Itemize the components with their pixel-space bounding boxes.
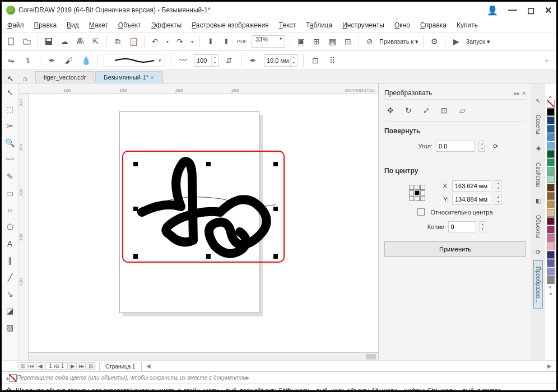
color-swatch[interactable] [547,276,555,284]
scrollbar-horizontal[interactable] [29,352,378,360]
menu-view[interactable]: Вид [67,21,79,29]
launch-dropdown[interactable]: Запуск ▾ [466,38,490,45]
color-swatch[interactable] [547,108,555,116]
color-swatch[interactable] [547,184,555,192]
snap-off-button[interactable]: ⊘ [364,35,376,48]
undo-dropdown[interactable]: ▾ [165,35,170,48]
tab-untitled[interactable]: Безымянный-1* ✕ [95,71,163,83]
tab-close-icon[interactable]: ✕ [150,75,155,81]
artistic-tool[interactable]: ✎ [4,170,16,183]
canvas-area[interactable]: 100 150 200 250 миллиметры 300 250 200 1… [18,83,378,360]
next-page-button[interactable]: ▶ [69,362,77,370]
menu-bitmaps[interactable]: Растровые изображения [192,21,269,29]
color-swatch[interactable] [547,251,555,259]
redo-dropdown[interactable]: ▾ [189,35,195,48]
line-tool[interactable]: ╱ [4,270,16,284]
menu-table[interactable]: Таблица [306,21,332,29]
menu-edit[interactable]: Правка [34,21,57,29]
docker-tab-objects[interactable]: Объекты [534,209,542,244]
first-page-button[interactable]: ⏮ [27,362,35,370]
color-swatch[interactable] [547,125,555,133]
color-swatch[interactable] [547,158,555,166]
save-button[interactable] [43,35,55,48]
x-input[interactable] [452,180,491,192]
options-button[interactable]: ⚙ [428,35,440,48]
docker-collapse-icon[interactable]: ▸▸ [514,90,520,96]
brush-tool-icon[interactable]: 🖌 [63,54,75,67]
color-swatch[interactable] [547,167,555,175]
relative-checkbox[interactable] [417,208,425,216]
dotted-button[interactable]: ⠿ [326,54,338,67]
zoom-select[interactable]: 33% [252,35,285,48]
undo-button[interactable]: ↶ [149,35,161,48]
menu-layout[interactable]: Макет [89,21,108,29]
zoom-tool[interactable]: 🔍 [4,136,16,150]
last-page-button[interactable]: ⏭ [78,362,86,370]
color-swatch[interactable] [547,175,555,183]
add-button[interactable]: + [541,54,553,67]
width-lock-icon[interactable]: ⇵ [223,54,235,67]
docker-close-icon[interactable]: ✕ [522,90,526,96]
docker-tab-transform[interactable]: Преобразов... [533,260,543,309]
spray-tool-icon[interactable]: 💧 [80,54,92,67]
grid-button[interactable]: ▦ [326,35,338,48]
open-button[interactable] [21,35,33,48]
color-swatch[interactable] [547,192,555,200]
text-tool[interactable]: A [4,237,16,250]
add-page-after-button[interactable]: ⊞ [87,362,95,370]
cloud-button[interactable]: ☁ [58,35,71,48]
bounding-box-button[interactable]: ⊡ [309,54,322,67]
docker-tab-objects-icon[interactable]: ◧ [532,195,545,207]
palette-up-icon[interactable]: ▴ [549,94,552,99]
selection-handle[interactable] [133,207,138,211]
hscroll-right-icon[interactable]: ▶ [547,363,552,369]
fullscreen-button[interactable]: ▣ [295,35,307,48]
print-button[interactable]: 🖶 [74,35,86,48]
color-swatch[interactable] [547,142,555,150]
palette-down-icon[interactable]: ▾ [549,284,552,290]
selection-handle[interactable] [206,162,211,166]
pen-tool-icon[interactable]: ✒ [46,54,58,67]
color-swatch[interactable] [547,259,555,267]
pick-tool[interactable]: ↖ [4,86,16,99]
apply-button[interactable]: Применить [384,241,526,257]
rulers-button[interactable]: ⊞ [310,35,323,48]
shadow-tool[interactable]: ◪ [4,304,16,318]
anchor-grid[interactable] [409,185,425,201]
guides-button[interactable]: ⊡ [342,35,354,48]
copies-input[interactable] [448,221,476,232]
tray-swatch-none[interactable] [9,374,17,382]
docker-tab-transform-icon[interactable]: ⟳ [532,246,545,258]
pick-tool-icon[interactable]: ↖ [7,74,14,83]
menu-file[interactable]: Файл [7,21,24,29]
export-button[interactable]: ⇱ [90,35,102,48]
page-tab[interactable]: Страница 1 [99,362,142,371]
home-icon[interactable]: ⌂ [23,74,27,83]
parallel-tool[interactable]: ∥ [4,254,16,267]
maximize-button[interactable]: ◻ [527,5,534,16]
freehand-tool[interactable]: 〰 [4,153,16,166]
angle-direction-icon[interactable]: ⟳ [493,143,498,150]
menu-window[interactable]: Окно [394,21,410,29]
transform-rotate-icon[interactable]: ↻ [402,104,415,116]
prev-page-button[interactable]: ◀ [36,362,44,370]
selection-handle[interactable] [206,254,211,259]
menu-help[interactable]: Справка [420,21,447,29]
y-input[interactable] [452,194,491,205]
account-icon[interactable]: 👤 [487,5,498,16]
crop-tool[interactable]: ✂ [4,119,16,133]
color-swatch[interactable] [547,226,555,234]
import-button[interactable]: ⬇ [204,35,217,48]
redo-button[interactable]: ↷ [174,35,186,48]
palette-expand-icon[interactable]: ◂ [549,291,552,296]
launch-icon[interactable]: ▶ [450,35,462,48]
docker-tab-props-icon[interactable]: ◈ [532,142,545,155]
color-swatch-none[interactable] [547,100,555,108]
docker-tab-hints-icon[interactable]: ↖ [532,95,545,107]
transparency-tool[interactable]: ▨ [4,321,16,334]
connector-tool[interactable]: ↘ [4,287,16,301]
color-swatch[interactable] [547,116,555,124]
smoothing-input[interactable]: 100▴▾ [194,54,218,67]
menu-object[interactable]: Объект [118,21,141,29]
pdf-button[interactable]: PDF [236,35,248,48]
